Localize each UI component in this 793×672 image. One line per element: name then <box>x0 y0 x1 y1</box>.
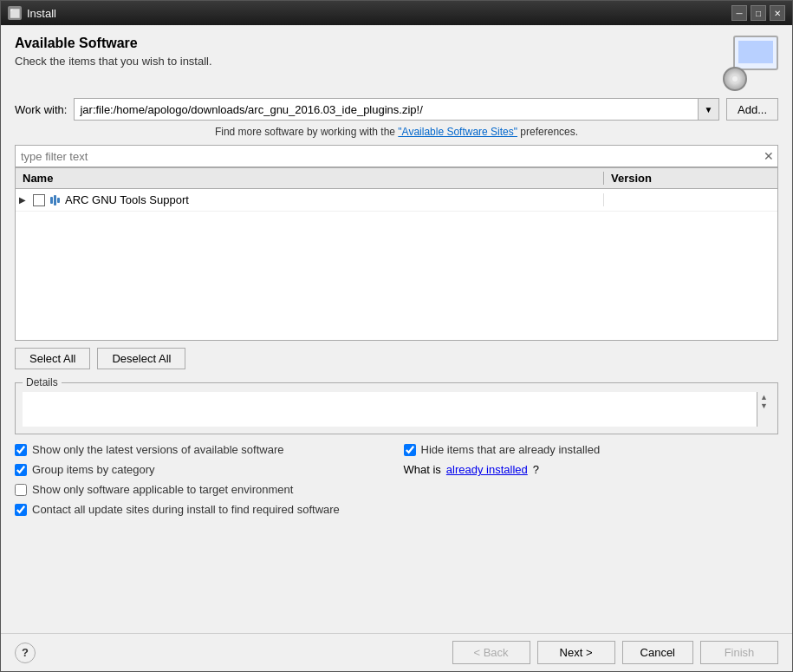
cd-hole <box>732 76 738 82</box>
deselect-all-button[interactable]: Deselect All <box>97 348 185 369</box>
window-icon: ⬜ <box>8 6 22 20</box>
title-bar-left: ⬜ Install <box>8 6 56 20</box>
find-more-text: Find more software by working with the "… <box>15 126 778 138</box>
page-title: Available Software <box>15 36 212 51</box>
table-header: Name Version <box>16 168 777 189</box>
work-with-combo[interactable]: ▼ <box>74 98 719 121</box>
add-button[interactable]: Add... <box>726 98 778 121</box>
already-installed-link[interactable]: already installed <box>446 463 528 476</box>
window-controls[interactable]: ─ □ ✕ <box>731 5 785 21</box>
row-name-text: ARC GNU Tools Support <box>65 193 189 206</box>
window-title: Install <box>27 7 56 20</box>
group-by-category-checkbox[interactable] <box>15 464 27 476</box>
bottom-bar: ? < Back Next > Cancel Finish <box>1 633 792 671</box>
install-window: ⬜ Install ─ □ ✕ Available Software Check… <box>0 0 793 672</box>
show-latest-row: Show only the latest versions of availab… <box>15 443 390 456</box>
scrollbar-down-icon[interactable]: ▼ <box>760 402 768 410</box>
contact-update-sites-checkbox[interactable] <box>15 504 27 516</box>
maximize-button[interactable]: □ <box>751 5 766 21</box>
pkg-bar-2 <box>54 195 56 206</box>
show-applicable-row: Show only software applicable to target … <box>15 483 390 496</box>
row-name: ▶ ARC GNU Tools Support <box>16 193 604 206</box>
pkg-bar-3 <box>57 198 60 203</box>
hide-installed-label: Hide items that are already installed <box>421 443 601 456</box>
hide-installed-row: Hide items that are already installed <box>404 443 779 456</box>
row-checkbox[interactable] <box>33 194 45 206</box>
work-with-row: Work with: ▼ Add... <box>15 98 778 121</box>
col-name-header: Name <box>16 172 604 185</box>
show-latest-label: Show only the latest versions of availab… <box>32 443 284 456</box>
what-is-installed-row: What is already installed? <box>404 463 779 476</box>
bottom-right: < Back Next > Cancel Finish <box>452 641 778 664</box>
header-text: Available Software Check the items that … <box>15 36 212 68</box>
find-more-prefix: Find more software by working with the <box>215 126 398 138</box>
details-legend: Details <box>23 376 62 388</box>
group-by-category-row: Group items by category <box>15 463 390 476</box>
help-button[interactable]: ? <box>15 643 36 663</box>
contact-update-sites-row: Contact all update sites during install … <box>15 503 390 516</box>
close-button[interactable]: ✕ <box>770 5 785 21</box>
monitor-icon <box>733 36 778 70</box>
minimize-button[interactable]: ─ <box>731 5 747 21</box>
group-by-category-label: Group items by category <box>32 463 155 476</box>
details-scrollbar[interactable]: ▲ ▼ <box>757 392 770 427</box>
what-is-prefix: What is <box>404 463 441 476</box>
what-is-suffix: ? <box>533 463 539 476</box>
show-applicable-checkbox[interactable] <box>15 484 27 496</box>
hide-installed-checkbox[interactable] <box>404 444 416 456</box>
finish-button[interactable]: Finish <box>700 641 778 664</box>
contact-update-sites-label: Contact all update sites during install … <box>32 503 340 516</box>
filter-input[interactable] <box>16 150 760 163</box>
header-icon <box>723 36 778 91</box>
software-table: Name Version ▶ ARC GNU Tools Support <box>15 167 778 341</box>
filter-row[interactable]: ✕ <box>15 145 778 167</box>
content-area: Available Software Check the items that … <box>1 25 792 633</box>
work-with-label: Work with: <box>15 103 67 116</box>
monitor-screen <box>738 41 773 63</box>
show-latest-checkbox[interactable] <box>15 444 27 456</box>
details-content: ▲ ▼ <box>23 392 770 427</box>
work-with-dropdown-btn[interactable]: ▼ <box>698 99 718 120</box>
show-applicable-label: Show only software applicable to target … <box>32 483 293 496</box>
header-section: Available Software Check the items that … <box>15 36 778 91</box>
filter-clear-icon[interactable]: ✕ <box>760 149 777 163</box>
select-buttons: Select All Deselect All <box>15 348 778 369</box>
bottom-left: ? <box>15 643 36 663</box>
expand-arrow-icon[interactable]: ▶ <box>19 195 29 205</box>
package-icon <box>50 195 60 206</box>
pkg-bar-1 <box>50 197 53 204</box>
details-section: Details ▲ ▼ <box>15 376 778 434</box>
next-button[interactable]: Next > <box>537 641 615 664</box>
page-subtitle: Check the items that you wish to install… <box>15 55 212 68</box>
scrollbar-up-icon[interactable]: ▲ <box>760 394 768 401</box>
cancel-button[interactable]: Cancel <box>622 641 693 664</box>
col-version-header: Version <box>604 172 777 185</box>
find-more-suffix: preferences. <box>517 126 578 138</box>
work-with-input[interactable] <box>75 99 698 120</box>
table-row[interactable]: ▶ ARC GNU Tools Support <box>16 189 777 212</box>
available-software-sites-link[interactable]: "Available Software Sites" <box>398 126 517 138</box>
cd-icon <box>723 67 747 91</box>
title-bar: ⬜ Install ─ □ ✕ <box>1 1 792 25</box>
options-left: Show only the latest versions of availab… <box>15 443 390 516</box>
back-button[interactable]: < Back <box>452 641 530 664</box>
options-section: Show only the latest versions of availab… <box>15 443 778 516</box>
table-body: ▶ ARC GNU Tools Support <box>16 189 777 340</box>
details-textarea[interactable] <box>23 392 757 427</box>
select-all-button[interactable]: Select All <box>15 348 90 369</box>
options-right: Hide items that are already installed Wh… <box>404 443 779 516</box>
